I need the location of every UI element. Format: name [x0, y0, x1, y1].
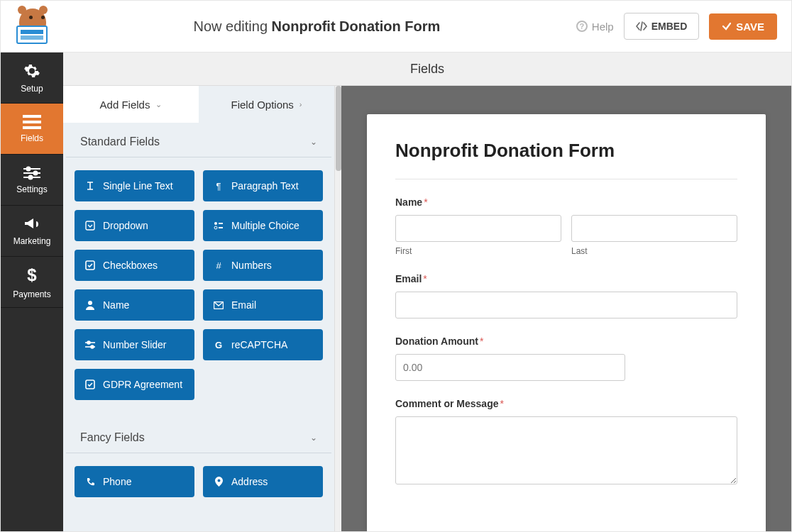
field-donation-group[interactable]: Donation Amount*: [395, 336, 737, 381]
comment-textarea[interactable]: [395, 416, 737, 484]
tab-add-fields[interactable]: Add Fields ⌄: [63, 86, 199, 123]
required-asterisk: *: [424, 196, 427, 208]
svg-rect-9: [86, 221, 94, 230]
fields-header: Fields: [63, 52, 791, 86]
chevron-down-icon: ⌄: [310, 433, 317, 443]
first-name-input[interactable]: [395, 215, 561, 242]
sliders-h-icon: [84, 340, 96, 349]
check-icon: [722, 21, 732, 31]
sliders-icon: [23, 166, 40, 180]
check-square-icon: [84, 260, 96, 270]
svg-point-10: [214, 222, 217, 225]
comment-label: Comment or Message*: [395, 398, 737, 409]
google-g-icon: G: [213, 340, 224, 350]
last-sublabel: Last: [571, 246, 737, 256]
field-palette: Add Fields ⌄ Field Options › Standard Fi…: [63, 86, 334, 532]
paragraph-icon: ¶: [213, 181, 224, 192]
logo: [15, 9, 57, 44]
embed-button[interactable]: EMBED: [624, 13, 700, 40]
required-asterisk: *: [500, 398, 503, 409]
sidebar: Setup Fields Settings Marketing $ Paymen…: [1, 52, 63, 532]
donation-label: Donation Amount*: [395, 336, 737, 347]
sidebar-item-setup[interactable]: Setup: [1, 52, 63, 104]
tab-label: Add Fields: [100, 99, 150, 111]
fancy-fields-grid: Phone Address: [63, 453, 334, 510]
list-icon: [23, 115, 41, 129]
sidebar-item-settings[interactable]: Settings: [1, 155, 63, 206]
save-label: SAVE: [736, 21, 764, 33]
section-title: Fancy Fields: [80, 431, 145, 444]
field-phone[interactable]: Phone: [75, 466, 194, 497]
section-title: Standard Fields: [80, 135, 160, 148]
form-title: Nonprofit Donation Form: [395, 140, 737, 179]
svg-rect-0: [23, 115, 41, 118]
editing-prefix: Now editing: [194, 18, 268, 34]
dot-list-icon: [213, 221, 224, 231]
field-email-group[interactable]: Email*: [395, 273, 737, 318]
sidebar-item-payments[interactable]: $ Payments: [1, 257, 63, 308]
field-email[interactable]: Email: [203, 289, 323, 321]
donation-input[interactable]: [395, 354, 625, 381]
save-button[interactable]: SAVE: [709, 13, 777, 40]
chevron-right-icon: ›: [299, 100, 302, 109]
phone-icon: [84, 477, 96, 487]
field-numbers[interactable]: #Numbers: [203, 250, 323, 281]
svg-rect-1: [23, 121, 41, 123]
field-recaptcha[interactable]: GreCAPTCHA: [203, 329, 323, 360]
help-link[interactable]: ? Help: [576, 21, 614, 33]
section-standard-fields[interactable]: Standard Fields ⌄: [66, 123, 331, 157]
last-name-input[interactable]: [571, 215, 737, 242]
field-single-line-text[interactable]: Single Line Text: [75, 170, 194, 201]
tab-label: Field Options: [231, 99, 293, 111]
email-input[interactable]: [395, 292, 737, 318]
field-comment-group[interactable]: Comment or Message*: [395, 398, 737, 487]
user-icon: [84, 300, 96, 310]
sidebar-label: Fields: [21, 133, 43, 143]
email-label: Email*: [395, 273, 737, 284]
name-label: Name*: [395, 196, 737, 208]
sidebar-item-marketing[interactable]: Marketing: [1, 206, 63, 257]
section-fancy-fields[interactable]: Fancy Fields ⌄: [66, 419, 331, 453]
svg-rect-13: [219, 227, 223, 228]
palette-tabs: Add Fields ⌄ Field Options ›: [63, 86, 334, 123]
page-title: Now editing Nonprofit Donation Form: [57, 18, 576, 35]
scrollbar-thumb[interactable]: [336, 86, 341, 171]
sidebar-label: Setup: [21, 84, 43, 94]
standard-fields-grid: Single Line Text ¶Paragraph Text Dropdow…: [63, 157, 334, 413]
preview-wrap: Nonprofit Donation Form Name* First Last: [341, 86, 791, 532]
field-gdpr-agreement[interactable]: GDPR Agreement: [75, 369, 194, 400]
top-actions: ? Help EMBED SAVE: [576, 13, 777, 40]
svg-point-18: [87, 341, 90, 344]
dollar-icon: $: [27, 265, 36, 285]
tab-field-options[interactable]: Field Options ›: [199, 86, 334, 123]
envelope-icon: [213, 301, 224, 309]
svg-point-8: [29, 175, 33, 179]
svg-point-20: [91, 345, 94, 348]
field-dropdown[interactable]: Dropdown: [75, 210, 194, 241]
form-name: Nonprofit Donation Form: [272, 18, 441, 34]
field-multiple-choice[interactable]: Multiple Choice: [203, 210, 323, 241]
hash-icon: #: [213, 260, 224, 271]
field-checkboxes[interactable]: Checkboxes: [75, 250, 194, 281]
scrollbar[interactable]: [334, 86, 341, 532]
help-icon: ?: [576, 21, 588, 32]
svg-point-15: [88, 301, 92, 305]
embed-label: EMBED: [651, 21, 688, 32]
required-asterisk: *: [423, 273, 427, 284]
sidebar-item-fields[interactable]: Fields: [1, 104, 63, 155]
first-sublabel: First: [395, 246, 561, 256]
map-pin-icon: [213, 477, 224, 487]
chevron-down-icon: ⌄: [155, 100, 162, 109]
field-address[interactable]: Address: [203, 466, 323, 497]
text-cursor-icon: [84, 181, 96, 191]
help-label: Help: [592, 21, 614, 33]
sidebar-label: Payments: [13, 289, 50, 299]
field-number-slider[interactable]: Number Slider: [75, 329, 194, 360]
svg-point-6: [34, 171, 38, 174]
field-name-group[interactable]: Name* First Last: [395, 196, 737, 256]
field-paragraph-text[interactable]: ¶Paragraph Text: [203, 170, 323, 201]
field-name[interactable]: Name: [75, 289, 194, 321]
code-icon: [636, 21, 647, 31]
svg-rect-2: [23, 126, 41, 129]
check-square-icon: [84, 379, 96, 389]
